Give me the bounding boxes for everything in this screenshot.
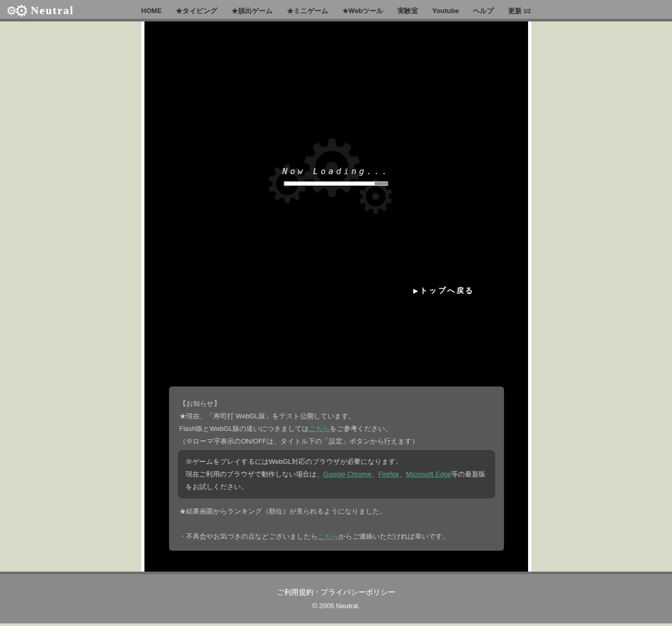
text-segment: Flash版とWebGL版の違いにつきましては (180, 425, 309, 432)
notice-line-feedback: ・不具合やお気づきの点などございましたらこちらからご連絡いただければ幸いです。 (180, 530, 494, 543)
loading-progress-bar (284, 181, 388, 186)
google-chrome-link[interactable]: Google Chrome (323, 470, 372, 478)
now-loading-label: Now Loading... (144, 166, 528, 176)
nav-item-help[interactable]: ヘルプ (473, 6, 494, 16)
notice-title: 【お知らせ】 (180, 397, 494, 410)
firefox-link[interactable]: Firefox (378, 470, 399, 478)
terms-privacy-link[interactable]: ご利用規約・プライバシーポリシー (277, 588, 396, 597)
microsoft-edge-link[interactable]: Microsoft Edge (406, 470, 451, 478)
update-date-badge: 1/2 (523, 8, 531, 14)
game-frame: ⚙ ⚙ ⚙ Now Loading... ▶トップへ戻る 【お知らせ】 ★現在、… (141, 21, 531, 572)
notice-line-romaji-setting: （※ローマ字表示のON/OFFは、タイトル下の「設定」ボタンから行えます） (180, 435, 494, 448)
nav-item-typing[interactable]: ★タイピング (176, 6, 218, 16)
kochira-link[interactable]: こちら (309, 425, 330, 432)
warning-line-browsers: 現在ご利用のブラウザで動作しない場合は、Google Chrome、Firefo… (186, 468, 487, 493)
nav-item-mini-games[interactable]: ★ミニゲーム (287, 6, 328, 16)
progress-remainder (375, 182, 388, 185)
page-footer: ご利用規約・プライバシーポリシー © 2005 Neutral. (0, 572, 672, 623)
text-segment: 現在ご利用のブラウザで動作しない場合は、 (186, 470, 323, 478)
contact-kochira-link[interactable]: こちら (318, 532, 339, 540)
text-segment: からご連絡いただければ幸いです。 (339, 532, 450, 540)
nav-item-escape-games[interactable]: ★脱出ゲーム (231, 6, 273, 16)
notice-line-webgl-test: ★現在、「寿司打 WebGL版」をテスト公開しています。 (180, 410, 494, 423)
back-to-top-link[interactable]: ▶トップへ戻る (413, 286, 475, 295)
game-canvas: ⚙ ⚙ ⚙ Now Loading... ▶トップへ戻る 【お知らせ】 ★現在、… (144, 21, 528, 572)
warning-line-webgl-required: ※ゲームをプレイするにはWebGL対応のブラウザが必要になります。 (186, 456, 487, 468)
nav-item-updates[interactable]: 更新 1/2 (508, 6, 531, 16)
gear-icon: ⚙ (15, 3, 29, 19)
nav-item-updates-label: 更新 (508, 7, 522, 15)
text-segment: 、 (372, 470, 378, 478)
progress-fill (285, 182, 375, 185)
text-segment: 、 (399, 470, 406, 478)
text-segment: をご参考ください。 (330, 425, 392, 432)
site-title: Neutral (31, 4, 74, 17)
copyright-text: © 2005 Neutral. (0, 602, 672, 610)
site-logo[interactable]: ⚙ ⚙ Neutral (6, 0, 74, 21)
main-content: ⚙ ⚙ ⚙ Now Loading... ▶トップへ戻る 【お知らせ】 ★現在、… (0, 21, 672, 572)
notice-panel: 【お知らせ】 ★現在、「寿司打 WebGL版」をテスト公開しています。 Flas… (169, 386, 504, 551)
nav-item-youtube[interactable]: Youtube (432, 7, 459, 15)
nav-item-home[interactable]: HOME (141, 7, 162, 15)
main-menu: HOME ★タイピング ★脱出ゲーム ★ミニゲーム ★Webツール 実験室 Yo… (0, 0, 672, 21)
play-triangle-icon: ▶ (413, 287, 420, 294)
nav-item-web-tools[interactable]: ★Webツール (342, 6, 383, 16)
nav-item-lab[interactable]: 実験室 (398, 6, 418, 16)
top-navigation-bar: ⚙ ⚙ Neutral HOME ★タイピング ★脱出ゲーム ★ミニゲーム ★W… (0, 0, 672, 21)
back-to-top-label: トップへ戻る (420, 286, 475, 294)
notice-line-ranking: ★結果画面からランキング（順位）が見られるようになりました。 (180, 505, 494, 518)
notice-line-flash-vs-webgl: Flash版とWebGL版の違いにつきましてはこちらをご参考ください。 (180, 423, 494, 435)
text-segment: ・不具合やお気づきの点などございましたら (180, 532, 318, 540)
browser-warning-box: ※ゲームをプレイするにはWebGL対応のブラウザが必要になります。 現在ご利用の… (178, 450, 495, 498)
